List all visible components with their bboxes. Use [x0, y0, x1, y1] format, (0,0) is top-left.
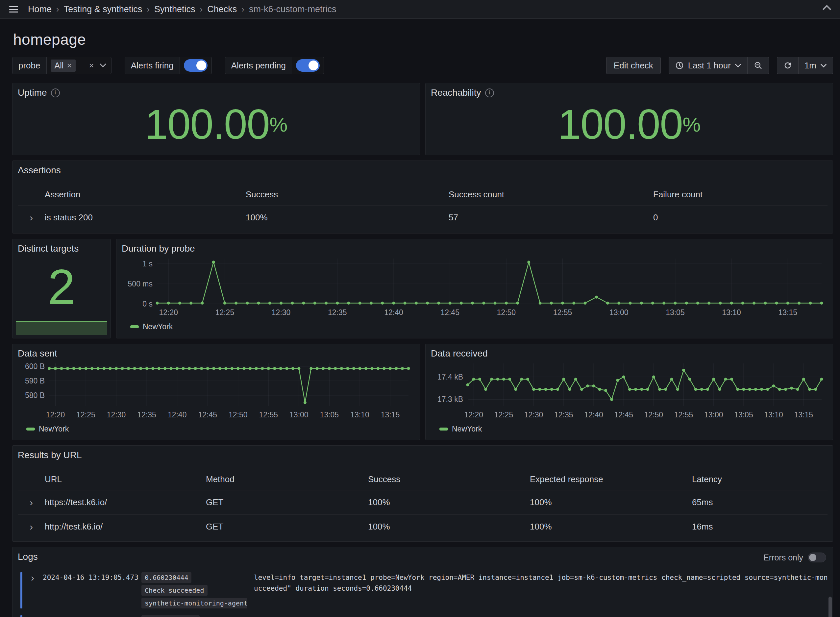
distinct-targets-value: 2	[12, 256, 111, 318]
edit-check-button[interactable]: Edit check	[606, 57, 661, 74]
clear-probe-filter-icon[interactable]	[89, 61, 94, 70]
refresh-interval-label: 1m	[805, 61, 816, 71]
svg-text:590 B: 590 B	[25, 376, 45, 385]
svg-text:12:40: 12:40	[384, 308, 403, 317]
toolbar: Edit check Last 1 hour 1m	[606, 57, 833, 74]
logs-scrollbar[interactable]	[828, 596, 832, 617]
refresh-icon	[783, 61, 792, 70]
time-range-picker[interactable]: Last 1 hour	[669, 57, 747, 74]
svg-text:12:50: 12:50	[644, 410, 663, 419]
svg-text:13:15: 13:15	[778, 308, 797, 317]
svg-text:12:35: 12:35	[328, 308, 347, 317]
log-row: 2024-04-16 13:19:05.473 is status 200 ch…	[18, 613, 828, 617]
column-header-latency[interactable]: Latency	[692, 474, 828, 484]
assertions-table-header: Assertion Success Success count Failure …	[18, 183, 828, 205]
log-list: 2024-04-16 13:19:05.473 0.660230444 Chec…	[18, 569, 828, 617]
breadcrumb-separator	[147, 4, 150, 15]
alerts-firing-label: Alerts firing	[125, 57, 180, 74]
alerts-firing-filter: Alerts firing	[125, 57, 212, 74]
column-header-expected-response[interactable]: Expected response	[530, 474, 692, 484]
menu-toggle-button[interactable]	[9, 4, 18, 14]
log-badge: Check succeeded	[142, 585, 208, 596]
alerts-firing-toggle[interactable]	[184, 59, 208, 72]
expand-log-button[interactable]	[31, 572, 34, 583]
method-cell: GET	[206, 522, 368, 532]
column-header-success-count[interactable]: Success count	[449, 189, 653, 200]
expand-row-button[interactable]	[30, 521, 33, 533]
data-received-chart[interactable]: 12:2012:2512:3012:3512:4012:4512:5012:55…	[431, 359, 828, 422]
svg-text:580 B: 580 B	[25, 391, 45, 400]
results-by-url-title: Results by URL	[18, 450, 82, 461]
info-icon[interactable]	[51, 89, 60, 97]
svg-text:12:25: 12:25	[495, 410, 514, 419]
series-label[interactable]: NewYork	[452, 425, 482, 434]
success-cell: 100%	[368, 522, 530, 532]
refresh-interval-dropdown[interactable]: 1m	[798, 57, 833, 74]
reachability-panel: Reachability 100.00 %	[425, 83, 833, 155]
svg-text:12:45: 12:45	[440, 308, 459, 317]
data-received-title: Data received	[431, 348, 488, 359]
alerts-pending-filter: Alerts pending	[225, 57, 324, 74]
log-badge: synthetic-monitoring-agent	[142, 598, 247, 608]
page-title: homepage	[13, 31, 833, 48]
reachability-unit: %	[682, 113, 701, 136]
svg-text:13:10: 13:10	[722, 308, 741, 317]
svg-text:13:05: 13:05	[320, 410, 339, 419]
uptime-unit: %	[269, 113, 288, 136]
data-sent-chart[interactable]: 12:2012:2512:3012:3512:4012:4512:5012:55…	[18, 359, 415, 422]
breadcrumb-home[interactable]: Home	[28, 4, 52, 15]
remove-probe-value-icon[interactable]	[67, 61, 72, 70]
svg-text:12:35: 12:35	[554, 410, 573, 419]
expected-response-cell: 100%	[530, 522, 692, 532]
errors-only-toggle[interactable]	[808, 552, 826, 562]
data-received-panel: Data received 12:2012:2512:3012:3512:401…	[425, 344, 833, 440]
probe-value-chip[interactable]: All	[51, 59, 76, 72]
svg-text:12:55: 12:55	[259, 410, 278, 419]
column-header-url[interactable]: URL	[45, 474, 206, 484]
svg-text:12:30: 12:30	[524, 410, 543, 419]
collapse-nav-button[interactable]	[822, 4, 831, 12]
svg-text:13:15: 13:15	[381, 410, 400, 419]
log-message: level=info target=instance1 probe=NewYor…	[254, 572, 828, 594]
svg-text:12:55: 12:55	[674, 410, 693, 419]
expand-row-button[interactable]	[30, 212, 33, 223]
series-swatch	[130, 325, 139, 328]
url-cell: http://test.k6.io/	[45, 522, 206, 532]
breadcrumb-current-page: sm-k6-custom-metrics	[249, 4, 337, 15]
chevron-down-icon[interactable]	[99, 63, 106, 68]
info-icon[interactable]	[485, 89, 494, 97]
series-label[interactable]: NewYork	[143, 322, 173, 331]
column-header-success[interactable]: Success	[246, 189, 449, 200]
expand-row-button[interactable]	[30, 497, 33, 508]
alerts-pending-toggle[interactable]	[296, 59, 320, 72]
assertions-panel-title: Assertions	[18, 165, 61, 176]
uptime-panel-title: Uptime	[18, 87, 47, 98]
refresh-button[interactable]	[777, 57, 798, 74]
log-field-badges: is status 200 checks_total check result …	[142, 616, 250, 617]
breadcrumb-checks[interactable]: Checks	[207, 4, 237, 15]
breadcrumb-testing-synthetics[interactable]: Testing & synthetics	[64, 4, 142, 15]
svg-text:500 ms: 500 ms	[128, 280, 153, 288]
url-cell: https://test.k6.io/	[45, 497, 206, 508]
log-badge: 0.660230444	[142, 572, 191, 583]
series-label[interactable]: NewYork	[39, 425, 69, 434]
duration-panel-title: Duration by probe	[122, 244, 195, 254]
table-row: http://test.k6.io/ GET 100% 100% 16ms	[18, 514, 828, 539]
success-cell: 100%	[246, 213, 449, 223]
column-header-success[interactable]: Success	[368, 474, 530, 484]
failure-count-cell: 0	[653, 213, 828, 223]
zoom-out-icon	[753, 61, 763, 70]
log-timestamp: 2024-04-16 13:19:05.473	[43, 572, 137, 583]
assertions-panel: Assertions Assertion Success Success cou…	[12, 161, 833, 233]
column-header-method[interactable]: Method	[206, 474, 368, 484]
svg-text:12:20: 12:20	[159, 308, 178, 317]
expand-log-button[interactable]	[31, 616, 34, 617]
method-cell: GET	[206, 497, 368, 508]
column-header-failure-count[interactable]: Failure count	[653, 189, 828, 200]
breadcrumb-synthetics[interactable]: Synthetics	[154, 4, 195, 15]
zoom-out-time-button[interactable]	[747, 57, 769, 74]
errors-only-control: Errors only	[763, 552, 826, 562]
column-header-assertion[interactable]: Assertion	[45, 189, 246, 200]
duration-chart[interactable]: 12:2012:2512:3012:3512:4012:4512:5012:55…	[122, 254, 828, 320]
svg-text:12:25: 12:25	[76, 410, 95, 419]
